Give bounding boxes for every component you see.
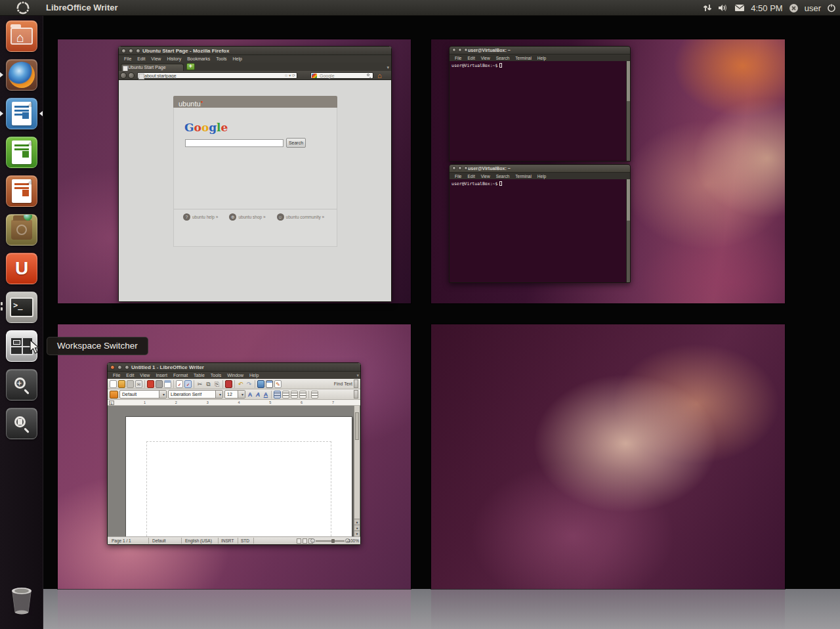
toolbar-overflow-handle[interactable] bbox=[354, 380, 358, 388]
menu-view[interactable]: View bbox=[478, 174, 493, 179]
close-button[interactable] bbox=[121, 49, 126, 53]
menu-view[interactable]: View bbox=[148, 56, 163, 61]
scrollbar-thumb[interactable] bbox=[355, 412, 359, 440]
redo-icon[interactable]: ↷ bbox=[245, 380, 253, 388]
menu-window[interactable]: Window bbox=[224, 373, 246, 378]
close-button[interactable] bbox=[110, 365, 115, 370]
previous-page-button[interactable]: ▲ bbox=[354, 519, 360, 525]
align-center-icon[interactable] bbox=[282, 391, 289, 399]
selection-mode-indicator[interactable]: STD bbox=[241, 537, 249, 545]
paste-icon[interactable]: ⎘ bbox=[213, 380, 220, 388]
menu-help[interactable]: Help bbox=[230, 56, 245, 61]
navigation-button[interactable]: ● bbox=[354, 525, 360, 531]
home-icon[interactable]: ⌂ bbox=[377, 72, 382, 79]
terminal-window-2[interactable]: user@VirtualBox: ~ File Edit View Search… bbox=[449, 164, 631, 283]
menu-edit[interactable]: Edit bbox=[135, 56, 148, 61]
workspace-4[interactable] bbox=[431, 324, 785, 589]
menu-view[interactable]: View bbox=[137, 373, 152, 378]
tab-ubuntu-start-page[interactable]: Ubuntu Start Page bbox=[121, 64, 184, 71]
terminal-launcher[interactable]: >_ bbox=[6, 292, 37, 323]
bold-icon[interactable]: A bbox=[247, 391, 253, 398]
hyperlink-icon[interactable] bbox=[257, 380, 264, 388]
language-indicator[interactable]: English (USA) bbox=[185, 537, 212, 545]
new-document-icon[interactable] bbox=[110, 380, 117, 388]
draw-functions-icon[interactable]: ✎ bbox=[274, 380, 282, 388]
menu-view[interactable]: View bbox=[478, 56, 493, 60]
menu-help[interactable]: Help bbox=[535, 174, 549, 179]
software-center-launcher[interactable] bbox=[6, 214, 37, 246]
align-left-icon[interactable] bbox=[274, 391, 281, 399]
menu-file[interactable]: File bbox=[121, 56, 134, 61]
copy-icon[interactable]: ⧉ bbox=[205, 380, 212, 388]
writer-titlebar[interactable]: Untitled 1 - LibreOffice Writer bbox=[108, 363, 360, 372]
minimize-button[interactable] bbox=[117, 365, 122, 370]
terminal-scrollbar[interactable] bbox=[626, 179, 630, 282]
new-tab-button[interactable]: + bbox=[186, 63, 195, 70]
spelling-icon[interactable]: ✓ bbox=[176, 380, 183, 388]
close-button[interactable] bbox=[452, 166, 456, 170]
align-justify-icon[interactable] bbox=[299, 391, 306, 399]
libreoffice-impress-launcher[interactable] bbox=[6, 175, 37, 207]
undo-icon[interactable]: ↶ bbox=[237, 380, 244, 388]
menu-help[interactable]: Help bbox=[535, 56, 549, 60]
link-ubuntu-shop[interactable]: ⊕ ubuntu shop » bbox=[229, 213, 265, 221]
menu-file[interactable]: File bbox=[452, 56, 464, 60]
message-indicator-icon[interactable] bbox=[734, 4, 745, 12]
clock[interactable]: 4:50 PM bbox=[751, 3, 782, 13]
insert-table-icon[interactable] bbox=[266, 380, 273, 388]
next-page-button[interactable]: ▼ bbox=[354, 531, 360, 536]
menu-tools[interactable]: Tools bbox=[208, 373, 224, 378]
ubuntu-one-launcher[interactable]: U bbox=[6, 253, 37, 284]
paragraph-style-combo[interactable]: Default ▾ bbox=[119, 390, 167, 399]
zoom-percent[interactable]: 100% bbox=[348, 537, 359, 545]
username[interactable]: user bbox=[805, 3, 821, 13]
url-bar[interactable]: about:startpage ☆ ▾ ⟳ bbox=[137, 72, 297, 79]
menu-search[interactable]: Search bbox=[494, 56, 513, 60]
search-field[interactable]: Google bbox=[310, 72, 373, 79]
firefox-titlebar[interactable]: Ubuntu Start Page - Mozilla Firefox bbox=[119, 47, 391, 55]
ubuntu-logo-icon[interactable] bbox=[16, 1, 30, 15]
horizontal-ruler[interactable]: L 1234567 bbox=[108, 400, 360, 406]
zoom-slider-knob[interactable] bbox=[331, 539, 335, 543]
firefox-launcher[interactable] bbox=[6, 59, 37, 91]
dash-applications-launcher[interactable]: + bbox=[6, 369, 37, 401]
terminal-window-1[interactable]: user@VirtualBox: ~ File Edit View Search… bbox=[449, 46, 631, 162]
menu-terminal[interactable]: Terminal bbox=[513, 56, 534, 60]
dash-files-launcher[interactable] bbox=[6, 408, 37, 439]
toolbar-overflow-handle[interactable] bbox=[354, 390, 358, 399]
terminal-output[interactable]: user@VirtualBox:~$ bbox=[450, 179, 626, 282]
underline-icon[interactable]: A bbox=[262, 391, 269, 398]
page-preview-icon[interactable] bbox=[164, 380, 171, 388]
writer-window[interactable]: Untitled 1 - LibreOffice Writer File Edi… bbox=[107, 362, 361, 545]
insert-mode-indicator[interactable]: INSRT bbox=[221, 537, 234, 545]
minimize-button[interactable] bbox=[129, 49, 133, 53]
format-paintbrush-icon[interactable] bbox=[225, 380, 232, 388]
open-icon[interactable] bbox=[118, 380, 125, 388]
maximize-button[interactable] bbox=[136, 49, 140, 53]
menu-bookmarks[interactable]: Bookmarks bbox=[184, 56, 213, 61]
bookmark-star-icon[interactable]: ☆ ▾ ⟳ bbox=[284, 73, 295, 79]
libreoffice-writer-launcher[interactable] bbox=[6, 98, 37, 129]
page-indicator[interactable]: Page 1 / 1 bbox=[112, 537, 131, 545]
menu-terminal[interactable]: Terminal bbox=[513, 174, 534, 179]
line-spacing-icon[interactable] bbox=[311, 391, 318, 399]
minimize-button[interactable] bbox=[458, 166, 462, 170]
print-icon[interactable] bbox=[156, 380, 163, 388]
italic-icon[interactable]: A bbox=[255, 391, 261, 398]
save-icon[interactable] bbox=[127, 380, 134, 388]
document-page[interactable] bbox=[125, 416, 352, 536]
minimize-button[interactable] bbox=[458, 48, 462, 52]
align-right-icon[interactable] bbox=[291, 391, 298, 399]
menu-edit[interactable]: Edit bbox=[123, 373, 136, 378]
zoom-slider[interactable]: - + bbox=[316, 540, 345, 542]
search-icon[interactable] bbox=[367, 74, 371, 78]
menubar-overflow-icon[interactable]: ▾ bbox=[356, 373, 359, 378]
workspace-3[interactable]: Untitled 1 - LibreOffice Writer File Edi… bbox=[58, 324, 411, 589]
menu-search[interactable]: Search bbox=[494, 174, 513, 179]
google-search-input[interactable] bbox=[185, 139, 284, 147]
home-folder-launcher[interactable]: ⌂ bbox=[6, 20, 37, 52]
sound-indicator-icon[interactable] bbox=[718, 3, 728, 12]
firefox-window[interactable]: Ubuntu Start Page - Mozilla Firefox File… bbox=[118, 46, 392, 302]
menu-table[interactable]: Table bbox=[191, 373, 207, 378]
workspace-2[interactable]: user@VirtualBox: ~ File Edit View Search… bbox=[431, 39, 785, 303]
